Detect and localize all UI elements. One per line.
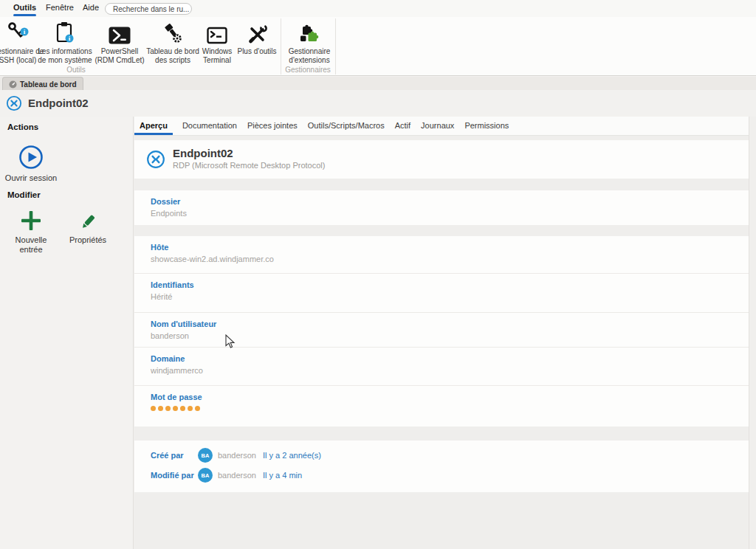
ribbon-toolbar: i Gestionnaire de SSH (local) i Les info… — [0, 17, 756, 76]
menu-outils[interactable]: Outils — [13, 0, 36, 17]
actions-sidebar: Actions Ouvrir session Modifier Nouvelle… — [0, 117, 134, 549]
tab-outils-scripts-macros[interactable]: Outils/Scripts/Macros — [303, 121, 390, 135]
powershell-icon — [92, 19, 148, 46]
avatar: BA — [198, 468, 213, 483]
connection-fields-card: Hôte showcase-win2.ad.windjammer.co Iden… — [134, 236, 749, 427]
sidebar-section-modifier: Modifier — [7, 190, 41, 199]
tab-permissions[interactable]: Permissions — [459, 121, 514, 135]
overview-panel: Aperçu Documentation Pièces jointes Outi… — [134, 117, 756, 549]
modified-by-time: Il y a 4 min — [263, 471, 302, 480]
plus-icon — [4, 210, 58, 232]
play-circle-icon — [0, 145, 62, 170]
ribbon-search-input[interactable]: Recherche dans le ru... — [105, 3, 192, 15]
field-label: Domaine — [151, 354, 749, 363]
tab-actif[interactable]: Actif — [390, 121, 416, 135]
extensions-icon — [282, 19, 337, 46]
entry-title: Endpoint02 — [28, 90, 89, 117]
created-by-line: Créé par BA banderson Il y a 2 année(s) — [151, 448, 749, 463]
field-nom-utilisateur: Nom d'utilisateur banderson — [134, 312, 749, 347]
more-tools-icon — [233, 19, 281, 46]
created-by-label: Créé par — [151, 451, 198, 460]
extensions-manager-button[interactable]: Gestionnaire d'extensions — [282, 19, 337, 65]
tab-documentation[interactable]: Documentation — [177, 121, 242, 135]
scripts-dashboard-button[interactable]: Tableau de bord des scripts — [145, 19, 201, 65]
entry-name: Endpoint02 — [173, 147, 233, 159]
tab-tableau-de-bord[interactable]: Tableau de bord — [2, 77, 83, 91]
field-value: windjammerco — [151, 366, 749, 375]
system-info-button[interactable]: i Les informations de mon système — [35, 19, 94, 65]
field-mot-de-passe: Mot de passe — [134, 385, 749, 427]
pencil-icon — [63, 213, 113, 232]
modified-by-line: Modifié par BA banderson Il y a 4 min — [151, 468, 749, 483]
more-tools-button[interactable]: Plus d'outils — [233, 19, 281, 56]
entry-title-bar: Endpoint02 — [0, 90, 756, 117]
field-value: Hérité — [151, 292, 749, 301]
modified-by-label: Modifié par — [151, 471, 198, 480]
field-label: Dossier — [151, 197, 749, 206]
rdp-session-icon — [146, 150, 165, 169]
menu-aide[interactable]: Aide — [83, 0, 99, 17]
field-value: Endpoints — [151, 209, 749, 218]
created-by-user: banderson — [218, 451, 256, 460]
tab-pieces-jointes[interactable]: Pièces jointes — [242, 121, 303, 135]
tab-apercu[interactable]: Aperçu — [134, 121, 173, 135]
ribbon-group-label-outils: Outils — [47, 66, 106, 74]
search-placeholder: Recherche dans le ru... — [113, 5, 189, 13]
field-value: banderson — [151, 331, 749, 340]
entry-type: RDP (Microsoft Remote Desktop Protocol) — [173, 161, 325, 170]
created-by-time: Il y a 2 année(s) — [263, 451, 321, 460]
system-info-icon: i — [35, 19, 94, 46]
modified-by-user: banderson — [218, 471, 256, 480]
field-value: showcase-win2.ad.windjammer.co — [151, 255, 749, 263]
field-label: Mot de passe — [151, 393, 749, 401]
password-masked-dots — [151, 406, 749, 411]
field-label: Nom d'utilisateur — [151, 320, 749, 328]
entry-tab-bar: Aperçu Documentation Pièces jointes Outi… — [134, 117, 756, 136]
field-label: Hôte — [151, 243, 749, 252]
vertical-scrollbar[interactable] — [749, 117, 756, 549]
field-dossier: Dossier Endpoints — [134, 190, 749, 225]
field-label: Identifiants — [151, 280, 749, 289]
menu-bar: Outils Fenêtre Aide Recherche dans le ru… — [0, 0, 756, 17]
powershell-button[interactable]: PowerShell (RDM CmdLet) — [92, 19, 148, 65]
dashboard-gauge-icon — [9, 80, 17, 89]
windows-terminal-button[interactable]: Windows Terminal — [198, 19, 236, 65]
field-domaine: Domaine windjammerco — [134, 347, 749, 385]
avatar: BA — [198, 448, 213, 463]
tab-journaux[interactable]: Journaux — [416, 121, 459, 135]
audit-card: Créé par BA banderson Il y a 2 année(s) … — [134, 441, 749, 492]
ribbon-group-label-gestionnaires: Gestionnaires — [277, 66, 339, 74]
menu-fenetre[interactable]: Fenêtre — [46, 0, 74, 17]
ribbon-separator — [335, 18, 336, 75]
overview-content: Endpoint02 RDP (Microsoft Remote Desktop… — [134, 136, 749, 549]
sidebar-section-actions: Actions — [7, 122, 38, 131]
entry-summary-card: Endpoint02 RDP (Microsoft Remote Desktop… — [134, 140, 749, 179]
ribbon-separator — [281, 18, 281, 75]
rdp-session-icon — [6, 95, 22, 111]
properties-button[interactable]: Propriétés — [63, 213, 113, 245]
scripts-dashboard-icon — [145, 19, 201, 46]
field-hote: Hôte showcase-win2.ad.windjammer.co — [134, 236, 749, 273]
new-entry-button[interactable]: Nouvelle entrée — [4, 210, 58, 255]
windows-terminal-icon — [198, 19, 236, 46]
field-identifiants: Identifiants Hérité — [134, 273, 749, 312]
document-tab-strip: Tableau de bord — [0, 76, 756, 90]
open-session-button[interactable]: Ouvrir session — [0, 145, 62, 183]
